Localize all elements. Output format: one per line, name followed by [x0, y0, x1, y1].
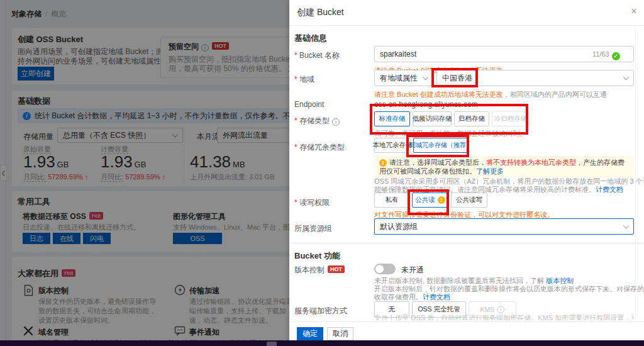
- header-divider: [289, 25, 644, 26]
- bucket-name-label: Bucket 名称: [294, 50, 340, 61]
- warning-icon: !: [379, 159, 387, 167]
- redundancy-lrs[interactable]: 本地冗余存储: [374, 138, 411, 153]
- redundancy-warning-notice: !请注意，选择同城冗余类型后，将不支持转换为本地冗余类型，产生的存储费用仅可被同…: [374, 156, 634, 177]
- name-length-counter: 11/63: [592, 50, 609, 58]
- resource-group-select[interactable]: 默认资源组: [374, 218, 634, 235]
- resource-group-label: 所属资源组: [294, 223, 332, 234]
- screen: ❮ 对象存储/概览 创建 OSS Bucket 面向通用场景，可创建指定地域 B…: [0, 0, 644, 346]
- versioning-hot-badge: HOT: [328, 265, 345, 273]
- learn-more-link[interactable]: 了解更多: [476, 167, 504, 175]
- dialog-title: 创建 Bucket: [297, 7, 344, 18]
- resource-group-value: 默认资源组: [380, 221, 418, 232]
- chevron-down-icon: [623, 74, 630, 81]
- versioning-line2: 开启版本控制后，针对数据的覆盖和删除操作将会以历史版本的形式保存下来。对保存的当…: [374, 285, 644, 293]
- encryption-label: 服务端加密方式: [294, 306, 347, 316]
- endpoint-label: Endpoint: [294, 100, 324, 109]
- notice-red: 将不支持转换为本地冗余类型: [486, 159, 576, 166]
- storage-class-cold-archive: 冷归档存储: [492, 111, 530, 126]
- taskbar-edge: [0, 340, 644, 346]
- redundancy-desc-1: OSS 同城冗余采用多可用区（AZ）冗余机制，将用户的数据分散存放在同一地域的 …: [374, 177, 644, 186]
- region-select[interactable]: 中国香港: [436, 70, 634, 86]
- redundancy-label: 存储冗余类型: [294, 142, 345, 153]
- kms-info-icon: i: [497, 306, 504, 313]
- storage-class-info-icon: i: [332, 118, 340, 126]
- region-label: 地域: [294, 74, 314, 85]
- acl-label: 读写权限: [294, 198, 330, 208]
- storage-class-label: 存储类型: [294, 116, 330, 125]
- region-type-select[interactable]: 有地域属性: [374, 70, 433, 86]
- storage-class-archive[interactable]: 归档存储: [454, 111, 489, 126]
- toggle-knob: [375, 265, 384, 273]
- encryption-clipped-desc: 文件上传至 OSS 后，自动对其进行服务端加密存储。KMS 加密需要进行权限设置…: [374, 314, 634, 320]
- versioning-line1: 未开启版本控制, 数据删除或被覆盖后将无法找回，了解: [374, 277, 546, 284]
- region-value: 中国香港: [442, 73, 472, 84]
- chevron-down-icon: [423, 74, 429, 81]
- versioning-billing-link[interactable]: 计费文档: [423, 293, 450, 301]
- redundancy-zrs[interactable]: 同城冗余存储（推荐）: [413, 138, 469, 153]
- versioning-state: 未开通: [401, 265, 424, 276]
- section-basic-info: 基础信息: [294, 33, 327, 44]
- versioning-toggle[interactable]: [374, 264, 396, 274]
- chevron-down-icon: [623, 223, 630, 229]
- storage-class-desc: 高可靠、高可用、高性能，数据会经常被访问到。: [374, 130, 526, 138]
- endpoint-value: oss-cn-hongkong.aliyuncs.com: [374, 100, 478, 109]
- encryption-kms-label: KMS: [480, 306, 495, 313]
- versioning-doc-link[interactable]: 版本控制: [546, 277, 574, 284]
- notice-pre: 请注意，选择同城冗余类型后，: [389, 159, 486, 166]
- region-type-value: 有地域属性: [380, 73, 418, 84]
- confirm-button[interactable]: 确定: [297, 327, 323, 340]
- valid-check-icon: ✓: [612, 52, 620, 60]
- storage-class-standard[interactable]: 标准存储: [374, 111, 410, 126]
- dialog-scrollbar[interactable]: [635, 26, 636, 321]
- billing-doc-link[interactable]: 计费文档: [596, 186, 623, 193]
- versioning-line3: 收取存储费用。: [374, 293, 423, 301]
- create-bucket-dialog: 创建 Bucket × 基础信息 Bucket 名称 11/63✓ 请注意 Bu…: [289, 0, 644, 346]
- section-divider: [289, 243, 644, 243]
- acl-private[interactable]: 私有: [374, 193, 409, 208]
- acl-public-read-write[interactable]: 公共读写: [451, 193, 487, 208]
- section-bucket-features: Bucket 功能: [294, 250, 340, 262]
- region-helper-orange: 请注意 Bucket 创建成功后地域将无法更改: [374, 91, 503, 98]
- acl-warning-icon: !: [438, 196, 445, 204]
- cancel-button[interactable]: 取消: [327, 327, 353, 340]
- storage-class-ia[interactable]: 低频访问存储: [413, 111, 452, 126]
- taskbar-icon-blip: [267, 342, 277, 346]
- acl-public-read[interactable]: 公共读!: [412, 193, 448, 208]
- versioning-label: 版本控制: [294, 265, 325, 274]
- encryption-desc-text: 文件上传至 OSS 后，自动对其进行服务端加密存储。KMS 加密需要进行权限设置…: [374, 314, 634, 320]
- close-icon[interactable]: ×: [628, 5, 640, 18]
- region-helper-grey: ，相同区域内的产品内网可以互通: [503, 91, 607, 98]
- acl-public-read-label: 公共读: [415, 196, 435, 204]
